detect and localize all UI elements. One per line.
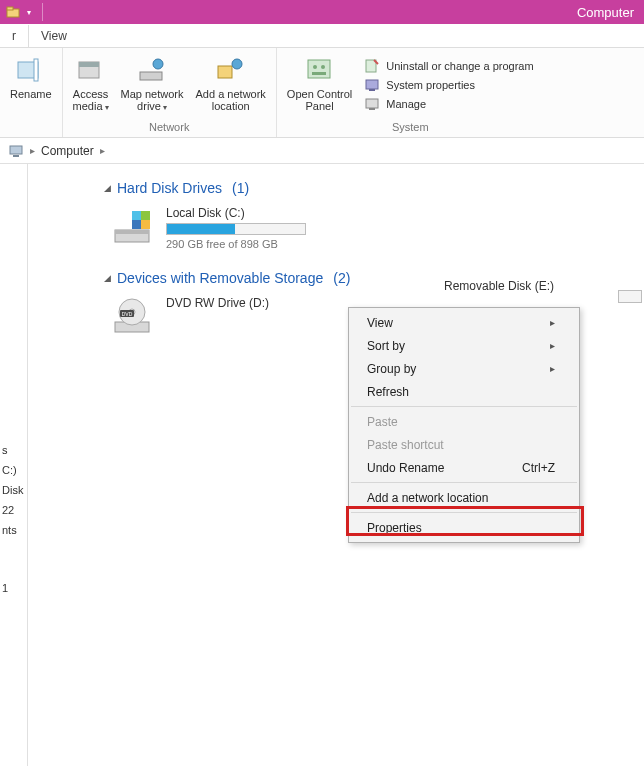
svg-rect-20: [13, 155, 19, 157]
menu-separator: [351, 482, 577, 483]
system-group-label: System: [281, 119, 540, 135]
add-network-location-label: Add a network location: [196, 88, 266, 112]
menu-separator: [351, 512, 577, 513]
computer-icon: [8, 143, 24, 159]
chevron-down-icon: ▾: [105, 103, 109, 112]
svg-rect-1: [7, 7, 13, 10]
context-menu-undo-rename[interactable]: Undo Rename Ctrl+Z: [349, 456, 579, 479]
collapse-triangle-icon[interactable]: ◢: [104, 183, 111, 193]
manage-label: Manage: [386, 98, 426, 110]
manage-icon: [364, 96, 380, 112]
svg-rect-18: [369, 108, 375, 110]
nav-item[interactable]: 22: [2, 504, 25, 516]
uninstall-label: Uninstall or change a program: [386, 60, 533, 72]
map-network-drive-icon: [136, 54, 168, 86]
ribbon: Rename Access media▾ Map network drive▾: [0, 48, 644, 138]
svg-rect-10: [308, 60, 330, 78]
svg-text:DVD: DVD: [122, 311, 133, 317]
breadcrumb-computer[interactable]: Computer: [41, 144, 94, 158]
collapse-triangle-icon[interactable]: ◢: [104, 273, 111, 283]
undo-shortcut: Ctrl+Z: [522, 461, 555, 475]
svg-rect-15: [366, 80, 378, 89]
tab-view[interactable]: View: [29, 25, 79, 47]
context-menu-sort-by[interactable]: Sort by ▸: [349, 334, 579, 357]
svg-rect-13: [312, 72, 326, 75]
group-removable-count: (2): [333, 270, 350, 286]
map-network-drive-button[interactable]: Map network drive▾: [115, 50, 190, 119]
nav-item[interactable]: nts: [2, 524, 25, 536]
access-media-icon: [75, 54, 107, 86]
context-menu-group-by[interactable]: Group by ▸: [349, 357, 579, 380]
map-network-drive-label: Map network drive: [121, 88, 184, 112]
context-menu-add-network-location[interactable]: Add a network location: [349, 486, 579, 509]
group-removable-title: Devices with Removable Storage: [117, 270, 323, 286]
svg-rect-25: [132, 220, 141, 229]
group-hard-disk-drives[interactable]: ◢ Hard Disk Drives (1): [104, 180, 634, 196]
system-properties-button[interactable]: System properties: [364, 77, 533, 93]
access-media-button[interactable]: Access media▾: [67, 50, 115, 119]
svg-rect-5: [79, 62, 99, 67]
menu-separator: [351, 406, 577, 407]
uninstall-button[interactable]: Uninstall or change a program: [364, 58, 533, 74]
add-network-location-button[interactable]: Add a network location: [190, 50, 272, 119]
manage-button[interactable]: Manage: [364, 96, 533, 112]
nav-item[interactable]: Disk (E:): [2, 484, 25, 496]
drive-local-c[interactable]: Local Disk (C:) 290 GB free of 898 GB: [112, 206, 634, 250]
svg-point-11: [313, 65, 317, 69]
group-removable-storage[interactable]: ◢ Devices with Removable Storage (2): [104, 270, 634, 286]
svg-point-9: [232, 59, 242, 69]
ribbon-tabs: r View: [0, 24, 644, 48]
quick-access-toolbar: ▾: [0, 3, 47, 21]
chevron-right-icon[interactable]: ▸: [30, 145, 35, 156]
submenu-arrow-icon: ▸: [550, 363, 555, 374]
rename-icon: [15, 54, 47, 86]
submenu-arrow-icon: ▸: [550, 317, 555, 328]
svg-rect-24: [141, 211, 150, 220]
drive-removable-name[interactable]: Removable Disk (E:): [444, 279, 554, 293]
svg-rect-19: [10, 146, 22, 154]
drive-dvd-name: DVD RW Drive (D:): [166, 296, 269, 310]
open-control-panel-button[interactable]: Open Control Panel: [281, 50, 358, 119]
title-bar: ▾ Computer: [0, 0, 644, 24]
nav-item[interactable]: C:): [2, 464, 25, 476]
add-network-location-icon: [215, 54, 247, 86]
svg-rect-3: [34, 59, 38, 81]
svg-point-12: [321, 65, 325, 69]
qat-dropdown-icon[interactable]: ▾: [24, 7, 34, 17]
window-title: Computer: [577, 5, 634, 20]
context-menu: View ▸ Sort by ▸ Group by ▸ Refresh Past…: [348, 307, 580, 543]
rename-label: Rename: [10, 88, 52, 100]
drive-usage-bar: [166, 223, 306, 235]
group-hdd-title: Hard Disk Drives: [117, 180, 222, 196]
submenu-arrow-icon: ▸: [550, 340, 555, 351]
nav-item[interactable]: 1: [2, 582, 25, 594]
rename-button[interactable]: Rename: [4, 50, 58, 119]
open-control-panel-label: Open Control Panel: [287, 88, 352, 112]
group-hdd-count: (1): [232, 180, 249, 196]
dvd-drive-icon: DVD: [112, 296, 152, 336]
access-media-label: Access media: [73, 88, 109, 112]
context-menu-refresh[interactable]: Refresh: [349, 380, 579, 403]
context-menu-paste-shortcut: Paste shortcut: [349, 433, 579, 456]
svg-rect-16: [369, 89, 375, 91]
breadcrumb[interactable]: ▸ Computer ▸: [0, 138, 644, 164]
tab-computer-partial[interactable]: r: [0, 25, 29, 47]
system-properties-label: System properties: [386, 79, 475, 91]
svg-rect-22: [115, 230, 149, 234]
svg-rect-23: [132, 211, 141, 220]
hard-drive-icon: [112, 206, 152, 246]
svg-rect-8: [218, 66, 232, 78]
uninstall-icon: [364, 58, 380, 74]
drive-local-name: Local Disk (C:): [166, 206, 306, 220]
context-menu-properties[interactable]: Properties: [349, 516, 579, 539]
svg-rect-26: [141, 220, 150, 229]
chevron-down-icon: ▾: [163, 103, 167, 112]
chevron-right-icon[interactable]: ▸: [100, 145, 105, 156]
navigation-pane[interactable]: s C:) Disk (E:) 22 nts 1: [0, 164, 28, 766]
context-menu-view[interactable]: View ▸: [349, 311, 579, 334]
svg-rect-6: [140, 72, 162, 80]
qat-folder-icon: [6, 5, 20, 19]
svg-point-7: [153, 59, 163, 69]
drive-removable-usage-bar: [618, 290, 642, 303]
nav-item[interactable]: s: [2, 444, 25, 456]
